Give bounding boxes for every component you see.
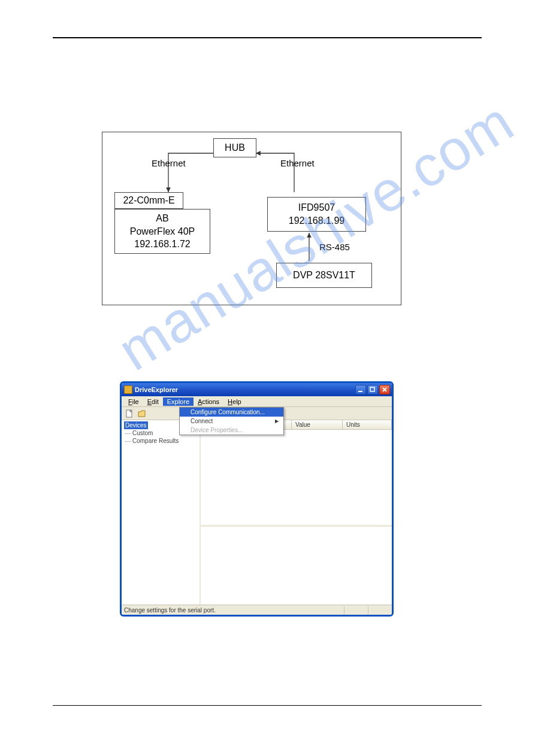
titlebar[interactable]: DriveExplorer [122, 383, 392, 396]
maximize-button[interactable] [367, 385, 378, 394]
status-cell-1 [344, 606, 368, 614]
menu-actions[interactable]: Actions [194, 397, 223, 406]
statusbar: Change settings for the serial port. [122, 605, 392, 615]
ifd-line1: IFD9507 [298, 201, 335, 214]
ab-line3: 192.168.1.72 [134, 238, 190, 251]
dvp-label: DVP 28SV11T [293, 269, 355, 282]
menu-explore[interactable]: Explore [163, 397, 194, 406]
rs485-label: RS-485 [319, 242, 350, 252]
close-icon [382, 387, 388, 393]
network-diagram: HUB Ethernet Ethernet 22-C0mm-E AB Power… [102, 132, 401, 305]
dropdown-device-properties: Device Properties... [180, 426, 283, 435]
col-value[interactable]: Value [292, 420, 343, 429]
status-cell-2 [368, 606, 392, 614]
ab-line2: PowerFlex 40P [130, 225, 195, 238]
ifd-line2: 192.168.1.99 [289, 214, 344, 227]
menu-help[interactable]: Help [223, 397, 246, 406]
menu-edit[interactable]: Edit [143, 397, 163, 406]
minimize-icon [358, 387, 364, 393]
hub-box: HUB [213, 138, 256, 157]
tree-item-compare[interactable]: Compare Results [124, 437, 198, 445]
dvp-box: DVP 28SV11T [276, 263, 372, 288]
maximize-icon [370, 387, 376, 393]
window-body: Devices Custom Compare Results S N:P.# N… [122, 420, 392, 605]
open-button[interactable] [137, 408, 147, 419]
ab-line1: AB [156, 212, 168, 225]
menu-file[interactable]: File [124, 397, 143, 406]
app-icon [124, 385, 132, 394]
dropdown-configure-communication[interactable]: Configure Communication... [180, 408, 283, 417]
driveexplorer-window: DriveExplorer File Edit Explore Actions … [120, 381, 394, 617]
col-units[interactable]: Units [343, 420, 392, 429]
svg-rect-1 [370, 387, 374, 391]
bottom-rule [53, 705, 482, 706]
ab-drive-box: AB PowerFlex 40P 192.168.1.72 [114, 209, 210, 254]
new-file-icon [125, 409, 134, 418]
list-body-upper[interactable] [201, 430, 392, 525]
top-rule [53, 37, 482, 38]
list-body-lower[interactable] [201, 527, 392, 605]
open-folder-icon [138, 409, 146, 418]
tree-panel[interactable]: Devices Custom Compare Results [122, 420, 201, 605]
comm-module-box: 22-C0mm-E [114, 192, 183, 209]
status-text: Change settings for the serial port. [124, 607, 216, 614]
menubar: File Edit Explore Actions Help [122, 396, 392, 407]
svg-rect-0 [358, 391, 362, 392]
ethernet-left-label: Ethernet [152, 158, 186, 168]
page [53, 37, 482, 38]
ethernet-right-label: Ethernet [280, 158, 315, 168]
tree-item-devices[interactable]: Devices [124, 421, 148, 429]
submenu-arrow-icon: ▶ [275, 418, 279, 424]
minimize-button[interactable] [355, 385, 366, 394]
dropdown-connect[interactable]: Connect ▶ [180, 417, 283, 426]
ifd-box: IFD9507 192.168.1.99 [267, 197, 366, 232]
hub-label: HUB [225, 141, 245, 154]
window-title: DriveExplorer [135, 386, 355, 393]
close-button[interactable] [379, 385, 390, 394]
new-button[interactable] [124, 408, 135, 419]
comm-module-label: 22-C0mm-E [123, 194, 174, 207]
explore-dropdown: Configure Communication... Connect ▶ Dev… [179, 407, 284, 435]
list-panel: S N:P.# Name Value Units [201, 420, 392, 605]
